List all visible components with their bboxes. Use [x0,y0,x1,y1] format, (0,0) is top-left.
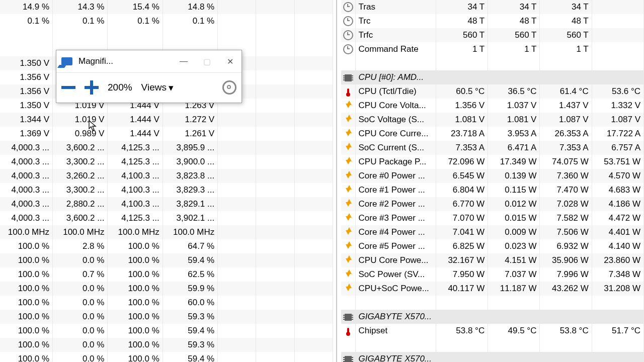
sensor-label: Tras [355,0,436,14]
cell-value: 4,100.3 ... [108,197,163,211]
zoom-level: 200% [108,82,132,93]
table-row[interactable]: 0.1 %0.1 %0.1 %0.1 % [0,14,333,28]
table-row[interactable] [341,296,644,310]
table-row[interactable]: 100.0 %0.0 %100.0 %59.9 % [0,282,333,296]
sensor-label: Core #1 Power ... [355,183,436,197]
table-row[interactable]: 100.0 %0.0 %100.0 %59.4 % [0,253,333,267]
magnifier-window[interactable]: Magnifi... — ▢ ✕ 200% Views ▾ [56,50,242,103]
sensor-value: 7.506 W [540,225,592,239]
sensor-value: 4.401 W [592,225,643,239]
cell-value: 3,600.2 ... [53,141,108,155]
sensor-value [488,70,540,84]
table-row[interactable]: Tras34 T34 T34 T [341,0,644,14]
table-row[interactable]: SoC Current (S...7.353 A6.471 A7.353 A6.… [341,141,644,155]
cell-value: 0.989 V [53,127,108,141]
section-header[interactable]: GIGABYTE X570... [341,310,644,324]
sensor-value: 560 T [436,28,488,42]
sensor-value: 1.087 V [540,113,592,127]
table-row[interactable]: Trc48 T48 T48 T [341,14,644,28]
table-row[interactable]: 100.0 %2.8 %100.0 %64.7 % [0,239,333,253]
table-row[interactable]: 1.369 V0.989 V1.444 V1.261 V [0,127,333,141]
sensor-value: 23.718 A [436,127,488,141]
table-row[interactable]: 1.344 V1.019 V1.444 V1.272 V [0,113,333,127]
section-header[interactable]: CPU [#0]: AMD... [341,70,644,84]
bolt-icon [346,160,351,164]
sensor-label: CPU [#0]: AMD... [355,70,436,84]
sensor-value: 6.545 W [436,169,488,183]
sensor-value: 48 T [540,14,592,28]
table-row[interactable]: 100.0 %0.0 %100.0 %59.4 % [0,324,333,338]
table-row[interactable]: 100.0 %0.0 %100.0 %59.3 % [0,338,333,352]
table-row[interactable]: CPU Core Curre...23.718 A3.953 A26.353 A… [341,127,644,141]
table-row[interactable]: 100.0 %0.0 %100.0 %59.4 % [0,352,333,362]
table-row[interactable]: SoC Power (SV...7.950 W7.037 W7.996 W7.3… [341,267,644,282]
table-row[interactable]: CPU Core Volta...1.356 V1.037 V1.437 V1.… [341,99,644,113]
close-button[interactable]: ✕ [218,50,242,72]
bolt-icon [346,132,351,136]
table-row[interactable] [0,28,333,42]
table-row[interactable]: 4,000.3 ...3,300.2 ...4,100.3 ...3,829.3… [0,183,333,197]
cell-value: 4,100.3 ... [108,183,163,197]
sensor-value: 7.996 W [540,267,592,282]
chip-icon [345,314,352,321]
chip-icon [345,74,352,81]
sensor-value [436,352,488,362]
sensor-value: 48 T [436,14,488,28]
zoom-out-button[interactable] [61,86,75,89]
pane-divider[interactable] [336,0,338,362]
table-row[interactable]: Command Rate1 T1 T1 T [341,42,644,56]
table-row[interactable]: Core #4 Power ...7.041 W0.009 W7.506 W4.… [341,225,644,239]
cell-value: 3,895.9 ... [163,141,217,155]
table-row[interactable] [341,56,644,70]
table-row[interactable] [341,338,644,352]
table-row[interactable]: 4,000.3 ...3,600.2 ...4,125.3 ...3,902.1… [0,211,333,225]
cell-value: 1.344 V [0,113,53,127]
sensor-value [592,0,643,14]
table-row[interactable]: SoC Voltage (S...1.081 V1.081 V1.087 V1.… [341,113,644,127]
table-row[interactable]: Chipset53.8 °C49.5 °C53.8 °C51.7 °C [341,324,644,338]
section-header[interactable]: GIGABYTE X570... [341,352,644,362]
cell-value: 0.1 % [108,14,163,28]
cell-value: 3,829.1 ... [163,197,217,211]
maximize-button[interactable]: ▢ [195,50,218,72]
table-row[interactable]: 100.0 MHz100.0 MHz100.0 MHz100.0 MHz [0,225,333,239]
sensor-value: 0.115 W [488,183,540,197]
table-row[interactable]: Core #2 Power ...6.770 W0.012 W7.028 W4.… [341,197,644,211]
table-row[interactable]: Core #0 Power ...6.545 W0.139 W7.360 W4.… [341,169,644,183]
table-row[interactable]: 4,000.3 ...3,600.2 ...4,125.3 ...3,895.9… [0,141,333,155]
sensor-value: 6.804 W [436,183,488,197]
table-row[interactable]: Core #3 Power ...7.070 W0.015 W7.582 W4.… [341,211,644,225]
sensor-readings-right-pane[interactable]: Tras34 T34 T34 TTrc48 T48 T48 TTrfc560 T… [341,0,644,362]
magnifier-title: Magnifi... [78,56,113,66]
table-row[interactable]: 4,000.3 ...2,880.2 ...4,100.3 ...3,829.1… [0,197,333,211]
views-dropdown[interactable]: Views ▾ [141,82,174,94]
cell-value: 100.0 % [108,267,163,282]
magnifier-titlebar[interactable]: Magnifi... — ▢ ✕ [56,50,242,73]
cell-value: 4,125.3 ... [108,155,163,169]
table-row[interactable]: Core #5 Power ...6.825 W0.023 W6.932 W4.… [341,239,644,253]
cell-value: 100.0 % [108,338,163,352]
cell-value: 62.5 % [163,267,217,282]
table-row[interactable]: CPU (Tctl/Tdie)60.5 °C36.5 °C61.4 °C53.6… [341,84,644,99]
sensor-value: 17.349 W [488,155,540,169]
table-row[interactable]: CPU Package P...72.096 W17.349 W74.075 W… [341,155,644,169]
table-row[interactable]: 100.0 %0.7 %100.0 %62.5 % [0,267,333,282]
sensor-label: Trc [355,14,436,28]
table-row[interactable]: 100.0 %0.0 %100.0 %60.0 % [0,296,333,310]
table-row[interactable]: 14.9 %14.3 %15.4 %14.8 % [0,0,333,14]
table-row[interactable]: Core #1 Power ...6.804 W0.115 W7.470 W4.… [341,183,644,197]
sensor-value: 560 T [540,28,592,42]
zoom-in-button[interactable] [85,80,99,95]
minimize-button[interactable]: — [172,50,195,72]
sensor-value: 74.075 W [540,155,592,169]
table-row[interactable]: CPU Core Powe...32.167 W4.151 W35.906 W2… [341,253,644,267]
table-row[interactable]: CPU+SoC Powe...40.117 W11.187 W43.262 W3… [341,282,644,296]
sensor-value: 43.262 W [540,282,592,296]
table-row[interactable]: Trfc560 T560 T560 T [341,28,644,42]
settings-button[interactable] [222,80,236,95]
table-row[interactable]: 100.0 %0.0 %100.0 %59.3 % [0,310,333,324]
table-row[interactable]: 4,000.3 ...3,260.2 ...4,100.3 ...3,823.8… [0,169,333,183]
sensor-value: 4.570 W [592,169,643,183]
table-row[interactable]: 4,000.3 ...3,300.2 ...4,125.3 ...3,900.0… [0,155,333,169]
cell-value: 100.0 % [0,324,53,338]
